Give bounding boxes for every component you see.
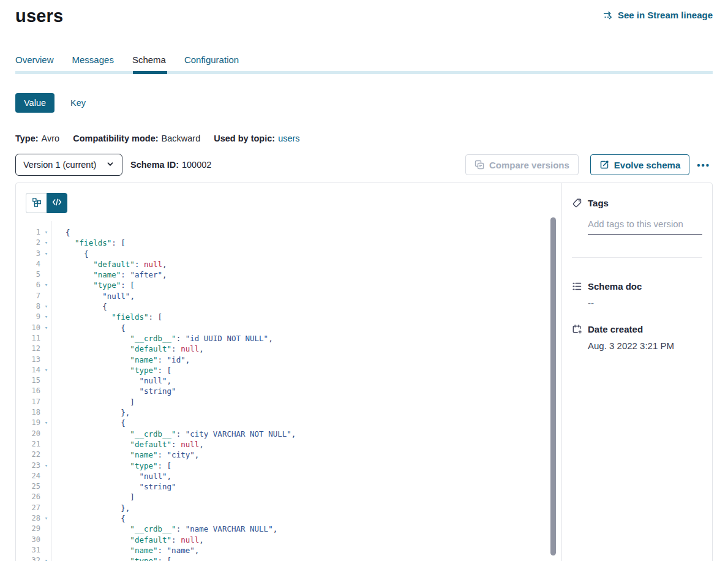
line-number: 28 [16, 513, 40, 524]
line-number: 12 [16, 344, 40, 354]
tab-overview[interactable]: Overview [15, 55, 54, 71]
fold-arrow-icon[interactable]: ▾ [40, 365, 52, 375]
code-lines: 1▾{2▾ "fields": [3▾ {4 "default": null,5… [16, 227, 561, 561]
fold-arrow-icon[interactable]: ▾ [40, 555, 52, 561]
line-number: 2 [16, 238, 40, 248]
schema-controls-row: Version 1 (current) Schema ID:100002 Com… [15, 154, 713, 176]
code-text: { [52, 301, 107, 312]
line-number: 1 [16, 227, 40, 238]
page-title: users [15, 5, 63, 27]
fold-arrow-icon[interactable]: ▾ [40, 249, 52, 259]
meta-type: Type:Avro [15, 134, 59, 143]
evolve-schema-button[interactable]: Evolve schema [590, 154, 689, 175]
value-key-toggle: Value Key [15, 93, 713, 113]
sidebar-divider [572, 257, 702, 258]
code-text: "type": [ [52, 555, 171, 561]
code-line: 5 "name": "after", [16, 269, 561, 280]
schema-doc-value: -- [588, 298, 702, 308]
compatibility-value: Backward [162, 134, 201, 143]
fold-arrow-icon[interactable]: ▾ [40, 461, 52, 471]
date-created-title: Date created [588, 324, 643, 334]
fold-arrow-icon[interactable]: ▾ [40, 301, 52, 312]
value-toggle-button[interactable]: Value [15, 93, 54, 113]
code-view-button[interactable] [47, 193, 67, 213]
code-line: 22 "name": "city", [16, 450, 561, 460]
code-line: 6▾ "type": [ [16, 280, 561, 290]
tags-section: Tags [572, 198, 702, 258]
date-created-header: Date created [572, 324, 702, 334]
line-number: 11 [16, 333, 40, 344]
code-line: 17 ] [16, 397, 561, 407]
page-header: users See in Stream lineage [15, 0, 713, 27]
tree-view-button[interactable] [26, 193, 47, 213]
code-text: ] [52, 397, 135, 407]
line-number: 24 [16, 471, 40, 481]
code-text: "default": null, [52, 439, 204, 450]
code-text: "name": "after", [52, 269, 167, 280]
line-number: 18 [16, 407, 40, 418]
fold-arrow-icon[interactable]: ▾ [40, 312, 52, 322]
code-text: "name": "city", [52, 450, 199, 460]
fold-arrow-icon[interactable]: ▾ [40, 418, 52, 428]
code-line: 18 }, [16, 407, 561, 418]
line-number: 25 [16, 481, 40, 492]
code-text: "name": "id", [52, 355, 190, 365]
code-scrollbar[interactable] [550, 217, 556, 555]
code-text: "__crdb__": "name VARCHAR NULL", [52, 524, 277, 534]
line-number: 9 [16, 312, 40, 322]
key-toggle-button[interactable]: Key [70, 98, 86, 108]
schema-page: users See in Stream lineage Overview Mes… [0, 0, 728, 561]
code-line: 12 "default": null, [16, 344, 561, 354]
version-select[interactable]: Version 1 (current) [15, 154, 122, 176]
fold-arrow-icon[interactable]: ▾ [40, 238, 52, 248]
type-value: Avro [42, 134, 60, 143]
code-line: 2▾ "fields": [ [16, 238, 561, 248]
tab-schema[interactable]: Schema [132, 55, 166, 71]
tab-bar: Overview Messages Schema Configuration [15, 55, 713, 71]
code-text: "type": [ [52, 365, 171, 375]
tab-messages[interactable]: Messages [72, 55, 114, 71]
code-line: 4 "default": null, [16, 259, 561, 269]
schema-code-section: 1▾{2▾ "fields": [3▾ {4 "default": null,5… [16, 183, 561, 561]
code-text: "__crdb__": "city VARCHAR NOT NULL", [52, 429, 296, 439]
date-created-value: Aug. 3 2022 3:21 PM [588, 341, 702, 351]
code-text: "fields": [ [52, 312, 162, 322]
chevron-down-icon [106, 160, 114, 170]
tab-configuration[interactable]: Configuration [184, 55, 239, 71]
code-line: 11 "__crdb__": "id UUID NOT NULL", [16, 333, 561, 344]
add-tags-input[interactable] [588, 216, 702, 235]
stream-lineage-link[interactable]: See in Stream lineage [602, 10, 713, 20]
tags-title: Tags [588, 198, 609, 208]
line-number: 19 [16, 418, 40, 428]
topic-link[interactable]: users [278, 134, 299, 143]
line-number: 6 [16, 280, 40, 290]
tags-header: Tags [572, 198, 702, 208]
line-number: 27 [16, 503, 40, 513]
topic-label: Used by topic: [214, 134, 275, 143]
tab-underline-track [15, 71, 713, 74]
fold-arrow-icon[interactable]: ▾ [40, 323, 52, 333]
schema-doc-section: Schema doc -- [572, 281, 702, 308]
code-line: 26 ] [16, 492, 561, 502]
fold-arrow-icon[interactable]: ▾ [40, 513, 52, 524]
fold-arrow-icon[interactable]: ▾ [40, 227, 52, 238]
compare-versions-button[interactable]: Compare versions [465, 154, 579, 175]
tag-icon [572, 198, 582, 208]
code-line: 15 "null", [16, 375, 561, 386]
code-text: "string" [52, 481, 176, 492]
code-line: 25 "string" [16, 481, 561, 492]
more-options-button[interactable]: ••• [694, 157, 713, 173]
line-number: 22 [16, 450, 40, 460]
fold-arrow-icon[interactable]: ▾ [40, 280, 52, 290]
line-number: 29 [16, 524, 40, 534]
line-number: 10 [16, 323, 40, 333]
line-number: 7 [16, 291, 40, 301]
code-line: 14▾ "type": [ [16, 365, 561, 375]
line-number: 32 [16, 555, 40, 561]
code-text: { [52, 249, 89, 259]
line-number: 26 [16, 492, 40, 502]
code-line: 19▾ { [16, 418, 561, 428]
code-line: 29 "__crdb__": "name VARCHAR NULL", [16, 524, 561, 534]
code-text: "null", [52, 471, 171, 481]
meta-topic: Used by topic:users [214, 134, 299, 143]
